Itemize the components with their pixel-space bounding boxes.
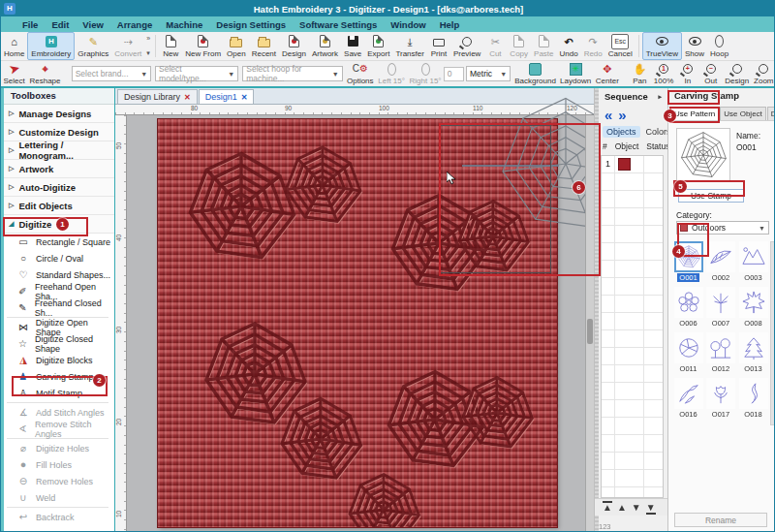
tab-digitize[interactable]: Digitize	[767, 107, 775, 120]
transfer-button[interactable]: ⤓Transfer	[392, 32, 427, 60]
tool-motif-stamp[interactable]: ♙Motif Stamp...	[1, 385, 114, 401]
stamp-item-O006[interactable]: O006	[672, 287, 704, 332]
stamp-item-O007[interactable]: O007	[705, 287, 737, 332]
brand-select[interactable]: Select brand...▼	[72, 66, 151, 81]
stamp-item-O002[interactable]: O002	[705, 241, 737, 287]
selection-rectangle[interactable]	[440, 125, 551, 273]
tool-rectangle-square[interactable]: ▭Rectangle / Square	[1, 234, 114, 250]
tab-design1[interactable]: Design1✕	[199, 89, 255, 104]
stamp-item-O018[interactable]: O018	[737, 378, 769, 423]
use-stamp-button[interactable]: Use Stamp	[678, 189, 744, 203]
center-button[interactable]: ✥Center	[593, 61, 621, 86]
save-button[interactable]: Save	[341, 32, 364, 60]
tool-freehand-closed[interactable]: ✎Freehand Closed Sh...	[1, 299, 114, 316]
show-button[interactable]: Show	[682, 32, 707, 60]
background-button[interactable]: Background	[512, 61, 558, 86]
options-button[interactable]: C⚙Options	[345, 61, 376, 86]
menu-edit[interactable]: Edit	[51, 19, 69, 30]
menu-design-settings[interactable]: Design Settings	[216, 19, 286, 30]
zoom-out-button[interactable]: −Out	[699, 61, 723, 86]
menu-window[interactable]: Window	[390, 19, 425, 30]
move-to-bottom-button[interactable]: ▼	[646, 503, 656, 513]
move-down-button[interactable]: ▼	[632, 503, 641, 513]
undo-button[interactable]: ↶Undo	[557, 32, 581, 60]
preview-button[interactable]: Preview	[450, 32, 483, 60]
pan-button[interactable]: ✋Pan	[628, 61, 651, 86]
next-color-button[interactable]: »	[618, 107, 626, 123]
prev-color-button[interactable]: «	[604, 107, 612, 123]
stamp-item-O013[interactable]: O013	[737, 332, 769, 378]
stamp-item-O017[interactable]: O017	[705, 378, 737, 423]
hoop-button[interactable]: Hoop	[707, 32, 731, 60]
tool-standard-shapes[interactable]: ♡Standard Shapes...	[1, 266, 114, 283]
zoom-in-button[interactable]: +In	[676, 61, 699, 86]
tool-freehand-open[interactable]: ✐Freehand Open Sha...	[1, 283, 114, 299]
stamp-grid-scrollbar[interactable]	[770, 241, 775, 425]
design-canvas[interactable]: Design Library✕ Design1✕ 80 90 100 110 1…	[115, 88, 594, 532]
category-select[interactable]: Outdoors ▼	[676, 221, 769, 235]
stamp-item-O003[interactable]: O003	[737, 241, 769, 287]
print-button[interactable]: Print	[427, 32, 450, 60]
sequence-object-list[interactable]: 1	[601, 155, 664, 498]
open-button[interactable]: Open	[224, 32, 249, 60]
close-icon[interactable]: ✕	[241, 93, 248, 102]
move-to-top-button[interactable]: ▲	[603, 503, 612, 513]
trueview-button[interactable]: TrueView	[642, 32, 682, 60]
menu-view[interactable]: View	[82, 19, 103, 30]
menu-arrange[interactable]: Arrange	[117, 19, 152, 30]
rotation-input[interactable]: 0	[444, 67, 464, 81]
stamp-item-O011[interactable]: O011	[672, 332, 704, 378]
new-from-button[interactable]: New From	[182, 32, 224, 60]
round-leaf-stamp-icon	[674, 332, 703, 363]
embroidery-button[interactable]: HEmbroidery	[27, 32, 75, 60]
object-color-swatch[interactable]	[618, 158, 631, 171]
tab-design-library[interactable]: Design Library✕	[117, 89, 198, 104]
design-button[interactable]: Design	[279, 32, 309, 60]
menu-help[interactable]: Help	[440, 19, 460, 30]
tab-objects[interactable]: Objects	[603, 126, 640, 138]
rename-button[interactable]: Rename	[674, 513, 767, 527]
menu-machine[interactable]: Machine	[166, 19, 202, 30]
scrollbar-thumb[interactable]	[587, 319, 593, 344]
tab-use-pattern[interactable]: Use Pattern	[670, 107, 719, 120]
tool-digitize-closed-shape[interactable]: ☆Digitize Closed Shape	[1, 335, 114, 352]
home-button[interactable]: ⌂Home	[1, 32, 27, 60]
graphics-button[interactable]: ✎Graphics	[75, 32, 111, 60]
tool-digitize-blocks[interactable]: ◮Digitize Blocks	[1, 352, 114, 368]
toolbox-manage-designs[interactable]: ▷Manage Designs	[1, 105, 114, 123]
stamp-item-O016[interactable]: O016	[672, 378, 704, 423]
zoom-100-button[interactable]: 1100%	[651, 61, 676, 86]
rotate-left-icon	[388, 62, 396, 76]
toolbox-lettering[interactable]: ▷Lettering / Monogram...	[1, 141, 114, 160]
toolbox-auto-digitize[interactable]: ▷Auto-Digitize	[1, 178, 114, 197]
menu-file[interactable]: File	[22, 19, 38, 30]
panel-resize-gutter[interactable]	[595, 88, 599, 532]
tool-digitize-open-shape[interactable]: ⋈Digitize Open Shape	[1, 319, 114, 335]
close-icon[interactable]: ✕	[184, 93, 191, 102]
select-button[interactable]: ➤Select	[1, 61, 27, 86]
tab-use-object[interactable]: Use Object	[720, 107, 766, 120]
tool-circle-oval[interactable]: ○Circle / Oval	[1, 250, 114, 266]
canvas-vertical-scrollbar[interactable]	[585, 115, 594, 532]
export-button[interactable]: Export	[364, 32, 392, 60]
toolbox-edit-objects[interactable]: ▷Edit Objects	[1, 197, 114, 215]
carving-stamp-panel: Carving Stamp Use Pattern Use Object Dig…	[667, 88, 775, 532]
menu-software-settings[interactable]: Software Settings	[299, 19, 377, 30]
model-select[interactable]: Select model/type...▼	[155, 66, 238, 81]
reshape-button[interactable]: ⌖Reshape	[27, 61, 63, 86]
laydown-button[interactable]: ✳Laydown	[558, 61, 594, 86]
cancel-button[interactable]: EscCancel	[605, 32, 636, 60]
toolbox-artwork[interactable]: ▷Artwork	[1, 160, 114, 178]
recent-button[interactable]: Recent	[249, 32, 279, 60]
zoom-button[interactable]: Zoom	[752, 61, 775, 86]
move-up-button[interactable]: ▲	[617, 503, 627, 513]
zoom-design-button[interactable]: Design	[723, 61, 752, 86]
flyout-arrow-icon[interactable]: ▸	[658, 93, 662, 101]
toolbar-expand-chevron[interactable]: »▾	[144, 32, 152, 60]
artwork-button[interactable]: Artwork	[309, 32, 341, 60]
hoop-select[interactable]: Select hoop for machine...▼	[242, 66, 342, 81]
stamp-item-O012[interactable]: O012	[705, 332, 737, 378]
new-button[interactable]: New	[159, 32, 182, 60]
stamp-item-O008[interactable]: O008	[737, 287, 769, 332]
unit-select[interactable]: Metric▼	[466, 66, 511, 81]
